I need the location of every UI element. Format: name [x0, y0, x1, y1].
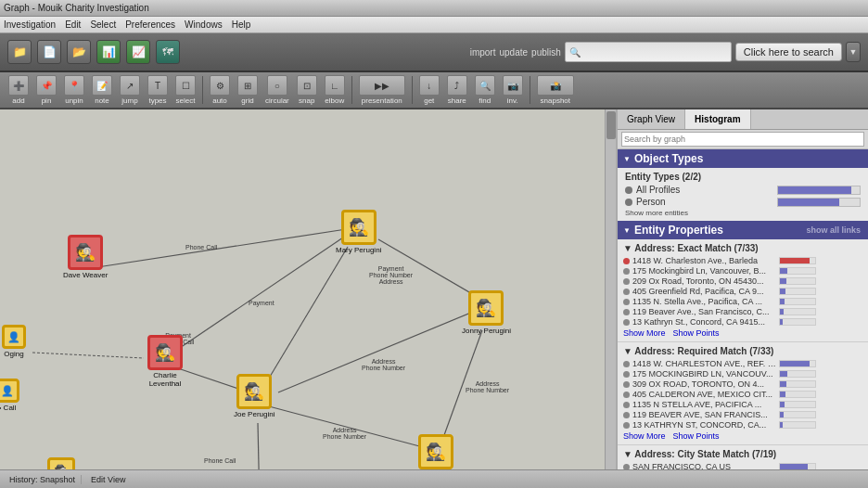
select-icon: ☐ [175, 75, 196, 96]
import-label[interactable]: import [470, 47, 496, 58]
prop-dot-1 [623, 258, 630, 264]
address-exact-header[interactable]: ▼ Address: Exact Match (7/33) [623, 243, 862, 253]
node-joe-perugini[interactable]: 🕵 Joe Perugini [234, 374, 274, 418]
req-dot-2 [623, 371, 630, 378]
prop-dot-4 [623, 289, 630, 295]
node-oging[interactable]: 👤 Oging [2, 325, 26, 358]
map-icon[interactable]: 🗺 [156, 40, 180, 64]
edge-label-mary-jonny: PaymentPhone NumberAddress [369, 265, 413, 285]
entity-types-section: Entity Types (2/2) All Profiles Person S… [618, 168, 868, 221]
toolbar-top: 📁 📄 📂 📊 📈 🗺 import update publish 🔍 Clic… [0, 33, 868, 72]
req-bar-3 [780, 381, 786, 387]
address-required-header[interactable]: ▼ Address: Required Match (7/33) [623, 346, 862, 356]
status-history: History: Snapshot [4, 475, 82, 484]
prop-label-4: 405 Greenfield Rd, Pacifica, CA 9... [632, 287, 776, 296]
node-jonny-perugini[interactable]: 🕵 Jonny Perugini [462, 290, 511, 335]
search-dropdown-icon[interactable]: ▼ [846, 42, 861, 62]
menu-item-help[interactable]: Help [232, 19, 251, 30]
req-bar-1-container [779, 360, 816, 367]
panel-search-input[interactable] [621, 132, 864, 147]
svg-line-8 [258, 423, 260, 469]
prop-row-1: 1418 W. Charleston Ave., Barleda [623, 256, 862, 265]
tab-graph-view[interactable]: Graph View [618, 109, 685, 129]
note-tool[interactable]: 📝 note [89, 73, 115, 107]
presentation-tool[interactable]: ▶▶ presentation [356, 73, 408, 107]
prop-row-6: 119 Beaver Ave., San Francisco, C... [623, 307, 862, 316]
share-tool[interactable]: ⤴ share [444, 73, 470, 107]
circular-tool[interactable]: ○ circular [262, 73, 292, 107]
node-mary-perugini[interactable]: 🕵 Mary Perugini [336, 210, 381, 254]
edge-label-jonny-steve: AddressPhone Number [466, 380, 509, 393]
types-icon: T [147, 75, 168, 96]
req-bar-7 [780, 422, 783, 428]
snapshot-tool[interactable]: 📸 snapshot [534, 73, 577, 107]
req-label-3: 309 OX ROAD, TORONTO, ON 4... [632, 379, 776, 389]
node-dave-weaver[interactable]: 🕵 Dave Weaver [63, 235, 108, 279]
req-bar-5 [780, 402, 785, 407]
add-icon: ➕ [8, 75, 29, 96]
all-profiles-bar-container [777, 186, 861, 195]
joe-perugini-label: Joe Perugini [234, 410, 274, 418]
prop-bar-4-container [779, 288, 816, 295]
prop-bar-2 [780, 268, 787, 274]
req-dot-6 [623, 412, 630, 418]
panel-tabs: Graph View Histogram [618, 109, 868, 130]
address-required-section: ▼ Address: Required Match (7/33) 1418 W.… [618, 342, 868, 445]
address-required-show-more[interactable]: Show More Show Points [623, 431, 862, 441]
tab-histogram[interactable]: Histogram [685, 109, 750, 129]
city-state-header[interactable]: ▼ Address: City State Match (7/19) [623, 449, 862, 459]
select-tool[interactable]: ☐ select [172, 73, 198, 107]
req-bar-1 [780, 361, 810, 366]
add-tool[interactable]: ➕ add [6, 73, 32, 107]
scrollbar-thumb[interactable] [606, 111, 616, 139]
menu-item-investigation[interactable]: Investigation [4, 19, 56, 30]
grid-tool[interactable]: ⊞ grid [235, 73, 261, 107]
publish-label[interactable]: publish [531, 47, 561, 58]
prop-bar-3-container [779, 277, 816, 285]
show-all-links[interactable]: show all links [806, 225, 861, 235]
find-tool[interactable]: 🔍 find [472, 73, 498, 107]
req-bar-3-container [779, 380, 816, 388]
prop-row-3: 209 Ox Road, Toronto, ON 45430... [623, 276, 862, 286]
new-icon[interactable]: 📄 [37, 40, 61, 64]
edge-label-joe-steve: AddressPhone Number [323, 427, 366, 440]
node-steve-perugini[interactable]: 🕵 Steve Perugini [412, 434, 460, 469]
update-label[interactable]: update [499, 47, 528, 58]
all-profiles-bar [778, 186, 851, 194]
svg-line-10 [32, 353, 144, 358]
click-here-search-button[interactable]: Click here to search [735, 43, 842, 61]
jump-tool[interactable]: ↗ jump [117, 73, 143, 107]
elbow-tool[interactable]: ∟ elbow [322, 73, 348, 107]
partial-left-icon: 👤 [0, 379, 19, 403]
unpin-tool[interactable]: 📍 unpin [61, 73, 87, 107]
address-exact-show-more[interactable]: Show More Show Points [623, 328, 862, 338]
types-tool[interactable]: T types [145, 73, 171, 107]
folder-icon[interactable]: 📁 [7, 40, 32, 64]
status-edit-view: Edit View [85, 475, 131, 484]
toolbar2: ➕ add 📌 pin 📍 unpin 📝 note ↗ jump T type… [0, 72, 868, 109]
pin-tool[interactable]: 📌 pin [33, 73, 59, 107]
open-icon[interactable]: 📂 [67, 40, 91, 64]
prop-bar-4 [780, 289, 785, 294]
pie-chart-icon[interactable]: 📈 [126, 40, 150, 64]
prop-row-2: 175 Mockingbird Ln, Vancouver, B... [623, 266, 862, 276]
svg-line-7 [440, 330, 482, 445]
menu-item-select[interactable]: Select [90, 19, 116, 30]
cs-bar-1-container [779, 463, 816, 469]
node-charlie-leventhal[interactable]: 🕵 Charlie Leventhal [137, 335, 193, 388]
snap-tool[interactable]: ⊡ snap [294, 73, 320, 107]
graph-scrollbar[interactable] [605, 109, 616, 469]
graph-area[interactable]: Phone Call PaymentPhone Call Payment Pay… [0, 109, 616, 469]
node-steven-al-shamman[interactable]: 🕵 Steven AlShamman [45, 457, 78, 469]
req-label-4: 405 CALDERON AVE, MEXICO CIT... [632, 390, 776, 399]
menu-item-edit[interactable]: Edit [65, 19, 81, 30]
get-tool[interactable]: ↓ get [416, 73, 442, 107]
node-partial-left[interactable]: 👤 • Call [0, 379, 19, 412]
inv-tool[interactable]: 📷 inv. [500, 73, 526, 107]
menu-item-windows[interactable]: Windows [185, 19, 223, 30]
auto-tool[interactable]: ⚙ auto [207, 73, 233, 107]
prop-bar-1 [780, 258, 810, 263]
bar-chart-icon[interactable]: 📊 [96, 40, 121, 64]
person-label: Person [636, 197, 773, 207]
menu-item-preferences[interactable]: Preferences [125, 19, 175, 30]
